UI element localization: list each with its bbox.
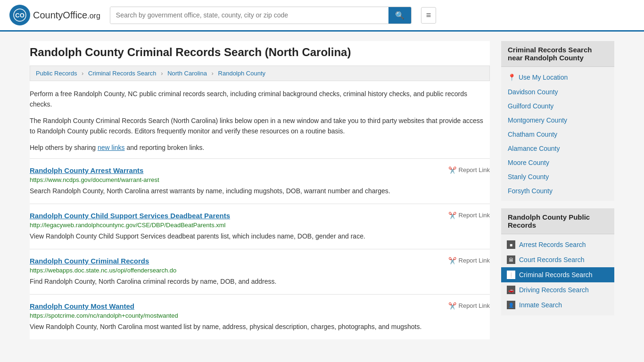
nearby-county-link[interactable]: Stanly County (501, 170, 614, 184)
nearby-county-link[interactable]: Davidson County (501, 85, 614, 99)
pub-records-list: ■ Arrest Records Search 🏛 Court Records … (501, 237, 614, 313)
report-icon: ✂️ (448, 302, 456, 310)
link-card-title[interactable]: Randolph County Child Support Services D… (30, 212, 230, 220)
breadcrumb-sep-3: › (212, 70, 214, 77)
county-label: Guilford County (508, 102, 553, 110)
link-desc: Find Randolph County, North Carolina cri… (30, 277, 490, 287)
site-logo[interactable]: CO CountyOffice.org (9, 5, 100, 25)
pub-rec-item[interactable]: 👤 Inmate Search (501, 297, 614, 313)
nearby-counties-body: 📍 Use My Location Davidson CountyGuilfor… (501, 67, 614, 201)
report-link-label: Report Link (459, 166, 490, 173)
pub-rec-icon: 🏛 (507, 255, 515, 264)
nearby-county-link[interactable]: Guilford County (501, 99, 614, 113)
link-url[interactable]: https://webapps.doc.state.nc.us/opi/offe… (30, 267, 490, 274)
nearby-county-link[interactable]: Moore County (501, 156, 614, 170)
pub-rec-item[interactable]: ❕ Criminal Records Search (501, 267, 614, 282)
breadcrumb-sep-2: › (161, 70, 163, 77)
county-label: Moore County (508, 159, 549, 166)
report-link-button[interactable]: ✂️ Report Link (448, 302, 490, 310)
link-card-header: Randolph County Criminal Records ✂️ Repo… (30, 257, 490, 265)
intro-para-2: The Randolph County Criminal Records Sea… (30, 115, 490, 137)
pub-rec-label: Inmate Search (519, 301, 562, 309)
public-records-header: Randolph County Public Records (501, 208, 614, 234)
pub-rec-icon: ❕ (507, 271, 515, 279)
link-card-header: Randolph County Most Wanted ✂️ Report Li… (30, 302, 490, 310)
link-url[interactable]: https://spotcrime.com/nc/randolph+county… (30, 312, 490, 319)
public-records-body: ■ Arrest Records Search 🏛 Court Records … (501, 234, 614, 315)
link-card: Randolph County Most Wanted ✂️ Report Li… (30, 294, 490, 339)
county-label: Montgomery County (508, 116, 567, 124)
nearby-counties-header: Criminal Records Search near Randolph Co… (501, 41, 614, 67)
pub-rec-label: Arrest Records Search (519, 241, 586, 248)
main-container: Randolph County Criminal Records Search … (20, 32, 624, 349)
link-desc: View Randolph County, North Carolina mos… (30, 322, 490, 332)
logo-icon: CO (9, 5, 30, 25)
nearby-county-link[interactable]: Montgomery County (501, 113, 614, 127)
nearby-county-link[interactable]: Forsyth County (501, 184, 614, 198)
nearby-county-link[interactable]: Chatham County (501, 127, 614, 141)
link-url[interactable]: http://legacyweb.randolphcountync.gov/CS… (30, 222, 490, 229)
search-button[interactable]: 🔍 (388, 7, 411, 24)
hamburger-menu-button[interactable]: ≡ (421, 7, 437, 24)
breadcrumb-sep-1: › (82, 70, 83, 77)
county-label: Stanly County (508, 173, 549, 181)
pub-rec-label: Criminal Records Search (519, 271, 593, 279)
pub-rec-icon: 🚗 (507, 286, 515, 294)
link-card-title[interactable]: Randolph County Arrest Warrants (30, 166, 143, 174)
link-desc: View Randolph County Child Support Servi… (30, 231, 490, 241)
report-icon: ✂️ (448, 257, 456, 264)
link-url[interactable]: https://www.ncdps.gov/document/warrant-a… (30, 176, 490, 183)
logo-text: CountyOffice.org (33, 10, 100, 21)
link-card: Randolph County Criminal Records ✂️ Repo… (30, 249, 490, 294)
pub-rec-item[interactable]: 🏛 Court Records Search (501, 252, 614, 267)
breadcrumb: Public Records › Criminal Records Search… (30, 66, 490, 81)
report-link-label: Report Link (459, 212, 490, 219)
link-card: Randolph County Child Support Services D… (30, 204, 490, 249)
page-title: Randolph County Criminal Records Search … (30, 41, 490, 59)
pub-rec-icon: 👤 (507, 301, 515, 309)
breadcrumb-public-records[interactable]: Public Records (36, 70, 77, 77)
county-label: Forsyth County (508, 187, 553, 195)
county-label: Davidson County (508, 88, 558, 96)
report-link-label: Report Link (459, 257, 490, 264)
link-card: Randolph County Arrest Warrants ✂️ Repor… (30, 158, 490, 204)
sidebar: Criminal Records Search near Randolph Co… (501, 41, 614, 339)
report-link-button[interactable]: ✂️ Report Link (448, 257, 490, 264)
link-card-header: Randolph County Arrest Warrants ✂️ Repor… (30, 166, 490, 174)
report-link-button[interactable]: ✂️ Report Link (448, 212, 490, 219)
content-area: Randolph County Criminal Records Search … (30, 41, 490, 339)
search-bar: 🔍 (110, 7, 412, 24)
public-records-title: Randolph County Public Records (508, 213, 590, 229)
intro-para-1: Perform a free Randolph County, NC publi… (30, 89, 490, 110)
use-my-location-link[interactable]: 📍 Use My Location (501, 70, 614, 85)
breadcrumb-north-carolina[interactable]: North Carolina (167, 70, 207, 77)
intro-para-3: Help others by sharing new links and rep… (30, 142, 490, 153)
search-input[interactable] (110, 7, 388, 24)
breadcrumb-criminal-records-search[interactable]: Criminal Records Search (88, 70, 157, 77)
pub-rec-item[interactable]: ■ Arrest Records Search (501, 237, 614, 252)
link-card-title[interactable]: Randolph County Most Wanted (30, 302, 134, 310)
report-icon: ✂️ (448, 166, 456, 174)
pub-rec-icon: ■ (507, 240, 515, 249)
search-icon: 🔍 (395, 11, 405, 19)
intro-para-3-before: Help others by sharing (30, 144, 98, 151)
link-card-title[interactable]: Randolph County Criminal Records (30, 257, 149, 265)
link-desc: Search Randolph County, North Carolina a… (30, 186, 490, 196)
new-links-link[interactable]: new links (98, 144, 125, 151)
nearby-county-link[interactable]: Alamance County (501, 141, 614, 156)
report-link-button[interactable]: ✂️ Report Link (448, 166, 490, 174)
intro-para-3-after: and reporting broken links. (125, 144, 205, 151)
hamburger-icon: ≡ (426, 10, 431, 20)
county-label: Chatham County (508, 131, 557, 138)
breadcrumb-randolph-county[interactable]: Randolph County (218, 70, 265, 77)
link-card-header: Randolph County Child Support Services D… (30, 212, 490, 220)
public-records-box: Randolph County Public Records ■ Arrest … (501, 208, 614, 315)
nearby-counties-title: Criminal Records Search near Randolph Co… (508, 46, 592, 62)
site-header: CO CountyOffice.org 🔍 ≡ (0, 0, 644, 32)
nearby-counties-box: Criminal Records Search near Randolph Co… (501, 41, 614, 201)
pub-rec-item[interactable]: 🚗 Driving Records Search (501, 282, 614, 297)
pub-rec-label: Court Records Search (519, 256, 585, 263)
pub-rec-label: Driving Records Search (519, 286, 589, 294)
report-icon: ✂️ (448, 212, 456, 219)
link-cards-container: Randolph County Arrest Warrants ✂️ Repor… (30, 158, 490, 339)
